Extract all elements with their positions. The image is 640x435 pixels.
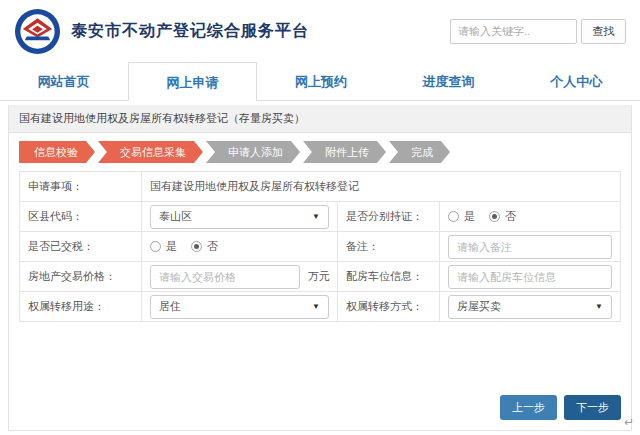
prev-step-button[interactable]: 上一步 [500, 395, 557, 420]
separate-cert-yes-label: 是 [464, 209, 475, 224]
separate-cert-no-radio[interactable] [489, 211, 500, 222]
next-step-button[interactable]: 下一步 [564, 395, 621, 420]
main-nav: 网站首页 网上申请 网上预约 进度查询 个人中心 [0, 62, 640, 101]
tab-online-application[interactable]: 网上申请 [128, 62, 258, 101]
dropdown-caret-icon: ▼ [312, 212, 320, 221]
step-info-verification[interactable]: 信息校验 [19, 141, 95, 163]
tax-paid-label: 是否已交税： [20, 232, 142, 262]
transaction-price-input[interactable] [150, 265, 300, 289]
table-row: 权属转移用途： 居住 ▼ 权属转移方式： 房屋买卖 ▼ [20, 292, 621, 322]
application-item-value: 国有建设用地使用权及房屋所有权转移登记 [142, 172, 621, 202]
transaction-form: 申请事项： 国有建设用地使用权及房屋所有权转移登记 区县代码： 泰山区 ▼ 是否… [19, 171, 621, 322]
price-unit-label: 万元 [308, 269, 330, 284]
search-input[interactable] [450, 19, 577, 44]
transfer-usage-select[interactable]: 居住 ▼ [150, 295, 329, 319]
step-attachment-upload[interactable]: 附件上传 [303, 141, 386, 163]
tax-paid-no-label: 否 [207, 239, 218, 254]
table-row: 是否已交税： 是 否 备注： [20, 232, 621, 262]
tax-paid-no-radio[interactable] [191, 241, 202, 252]
tab-personal-center[interactable]: 个人中心 [512, 62, 640, 100]
table-row: 区县代码： 泰山区 ▼ 是否分别持证： 是 否 [20, 202, 621, 232]
district-code-label: 区县代码： [20, 202, 142, 232]
tax-paid-yes-label: 是 [166, 239, 177, 254]
dropdown-caret-icon: ▼ [312, 302, 320, 311]
step-wizard: 信息校验 交易信息采集 申请人添加 附件上传 完成 [9, 133, 631, 165]
transfer-method-value: 房屋买卖 [457, 299, 501, 314]
breadcrumb: 国有建设用地使用权及房屋所有权转移登记（存量房买卖） [9, 105, 631, 133]
content-panel: 国有建设用地使用权及房屋所有权转移登记（存量房买卖） 信息校验 交易信息采集 申… [8, 105, 632, 431]
search-button[interactable]: 查找 [581, 19, 626, 44]
separate-cert-no-label: 否 [505, 209, 516, 224]
return-mark: ↵ [624, 415, 634, 429]
site-logo-icon [14, 8, 61, 55]
table-row: 申请事项： 国有建设用地使用权及房屋所有权转移登记 [20, 172, 621, 202]
step-transaction-info[interactable]: 交易信息采集 [98, 141, 203, 163]
page-title: 泰安市不动产登记综合服务平台 [71, 21, 309, 42]
remark-label: 备注： [338, 232, 440, 262]
page-header: 泰安市不动产登记综合服务平台 查找 [0, 0, 640, 62]
remark-input[interactable] [448, 235, 612, 259]
parking-info-label: 配房车位信息： [338, 262, 440, 292]
search-area: 查找 [450, 19, 626, 44]
tab-progress-query[interactable]: 进度查询 [385, 62, 513, 100]
footer-actions: 上一步 下一步 [500, 395, 621, 420]
separate-cert-radio-group: 是 否 [448, 209, 612, 224]
dropdown-caret-icon: ▼ [595, 302, 603, 311]
separate-cert-yes-radio[interactable] [448, 211, 459, 222]
district-code-select[interactable]: 泰山区 ▼ [150, 205, 329, 229]
transfer-method-label: 权属转移方式： [338, 292, 440, 322]
tab-online-reservation[interactable]: 网上预约 [257, 62, 385, 100]
table-row: 房地产交易价格： 万元 配房车位信息： [20, 262, 621, 292]
breadcrumb-text: 国有建设用地使用权及房屋所有权转移登记（存量房买卖） [19, 112, 305, 124]
separate-cert-label: 是否分别持证： [338, 202, 440, 232]
district-code-value: 泰山区 [159, 209, 192, 224]
tax-paid-yes-radio[interactable] [150, 241, 161, 252]
transfer-usage-value: 居住 [159, 299, 181, 314]
step-complete[interactable]: 完成 [389, 141, 450, 163]
tax-paid-radio-group: 是 否 [150, 239, 329, 254]
tab-home[interactable]: 网站首页 [0, 62, 128, 100]
transfer-method-select[interactable]: 房屋买卖 ▼ [448, 295, 612, 319]
step-add-applicant[interactable]: 申请人添加 [206, 141, 300, 163]
parking-info-input[interactable] [448, 265, 612, 289]
application-item-label: 申请事项： [20, 172, 142, 202]
transaction-price-label: 房地产交易价格： [20, 262, 142, 292]
transfer-usage-label: 权属转移用途： [20, 292, 142, 322]
